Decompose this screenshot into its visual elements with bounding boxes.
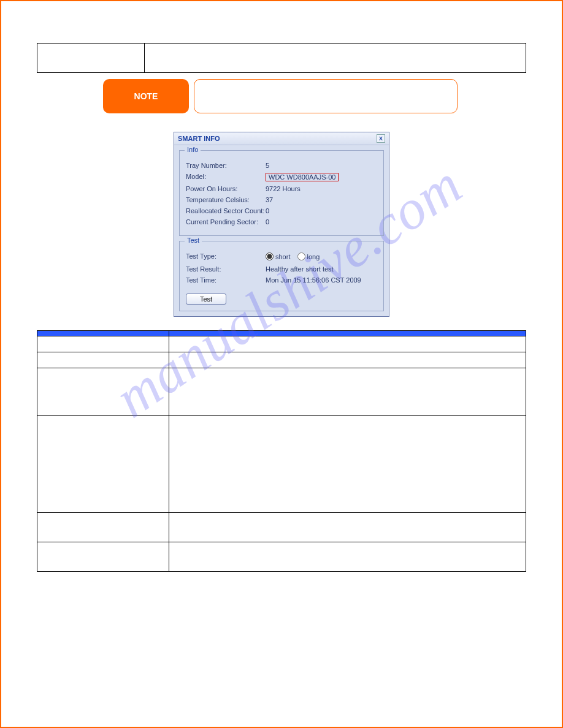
power-on-row: Power On Hours: 9722 Hours: [186, 185, 377, 192]
dialog-title-text: SMART INFO: [178, 135, 220, 142]
table-row: [37, 368, 526, 416]
test-time-value: Mon Jun 15 11:56:06 CST 2009: [266, 276, 377, 284]
test-time-label: Test Time:: [186, 276, 266, 284]
close-icon[interactable]: X: [377, 134, 385, 143]
table-cell: [169, 542, 526, 572]
note-badge: NOTE: [103, 79, 189, 113]
table-cell: [169, 416, 526, 513]
info-group: Info Tray Number: 5 Model: WDC WD800AAJS…: [179, 150, 384, 236]
tray-number-label: Tray Number:: [186, 162, 266, 169]
reallocated-value: 0: [266, 207, 377, 214]
radio-long-label: long: [307, 253, 320, 260]
table-row: [37, 542, 526, 572]
test-result-value: Healthy after short test: [266, 265, 377, 273]
test-type-long-option[interactable]: long: [297, 252, 320, 260]
test-button[interactable]: Test: [186, 294, 226, 305]
model-value-highlight: WDC WD800AAJS-00: [266, 173, 339, 181]
test-result-label: Test Result:: [186, 265, 266, 273]
radio-short-label: short: [275, 253, 290, 260]
temperature-row: Temperature Celsius: 37: [186, 196, 377, 203]
test-result-row: Test Result: Healthy after short test: [186, 265, 377, 273]
compatibility-table: [37, 43, 526, 73]
table-cell: [169, 513, 526, 542]
test-type-short-option[interactable]: short: [266, 252, 290, 260]
pending-label: Current Pending Sector:: [186, 218, 266, 226]
info-legend: Info: [185, 146, 201, 153]
pending-value: 0: [266, 218, 377, 226]
table-header-cell: [37, 331, 169, 336]
radio-long[interactable]: [297, 252, 305, 260]
model-label: Model:: [186, 173, 266, 181]
temperature-label: Temperature Celsius:: [186, 196, 266, 203]
table-cell: [37, 44, 145, 73]
manual-page: manualshive.com NOTE SMART INFO X Info T…: [0, 0, 563, 728]
tray-number-value: 5: [266, 162, 377, 169]
smart-info-fields-table: [37, 330, 526, 572]
tray-number-row: Tray Number: 5: [186, 162, 377, 169]
table-cell: [37, 542, 169, 572]
test-group: Test Test Type: short long: [179, 241, 384, 311]
table-row: [37, 352, 526, 368]
table-row: [37, 44, 526, 73]
table-cell: [169, 336, 526, 352]
reallocated-row: Reallocated Sector Count: 0: [186, 207, 377, 214]
temperature-value: 37: [266, 196, 377, 203]
power-on-value: 9722 Hours: [266, 185, 377, 192]
reallocated-label: Reallocated Sector Count:: [186, 207, 266, 214]
table-header-cell: [169, 331, 526, 336]
table-header-row: [37, 331, 526, 336]
table-cell: [37, 336, 169, 352]
test-type-row: Test Type: short long: [186, 252, 377, 262]
table-cell: [169, 352, 526, 368]
table-cell: [37, 416, 169, 513]
dialog-titlebar: SMART INFO X: [174, 132, 389, 145]
smart-info-dialog: SMART INFO X Info Tray Number: 5 Model: …: [174, 132, 389, 317]
test-time-row: Test Time: Mon Jun 15 11:56:06 CST 2009: [186, 276, 377, 284]
radio-short[interactable]: [266, 252, 274, 260]
model-row: Model: WDC WD800AAJS-00: [186, 173, 377, 181]
table-cell: [169, 368, 526, 416]
table-row: [37, 513, 526, 542]
test-legend: Test: [185, 237, 202, 244]
smart-info-dialog-screenshot: SMART INFO X Info Tray Number: 5 Model: …: [174, 132, 389, 317]
table-row: [37, 336, 526, 352]
table-cell: [37, 513, 169, 542]
table-cell: [145, 44, 526, 73]
note-callout: NOTE: [103, 79, 526, 113]
table-cell: [37, 368, 169, 416]
table-row: [37, 416, 526, 513]
power-on-label: Power On Hours:: [186, 185, 266, 192]
table-cell: [37, 352, 169, 368]
pending-row: Current Pending Sector: 0: [186, 218, 377, 226]
test-type-label: Test Type:: [186, 252, 266, 262]
note-body: [194, 79, 458, 113]
